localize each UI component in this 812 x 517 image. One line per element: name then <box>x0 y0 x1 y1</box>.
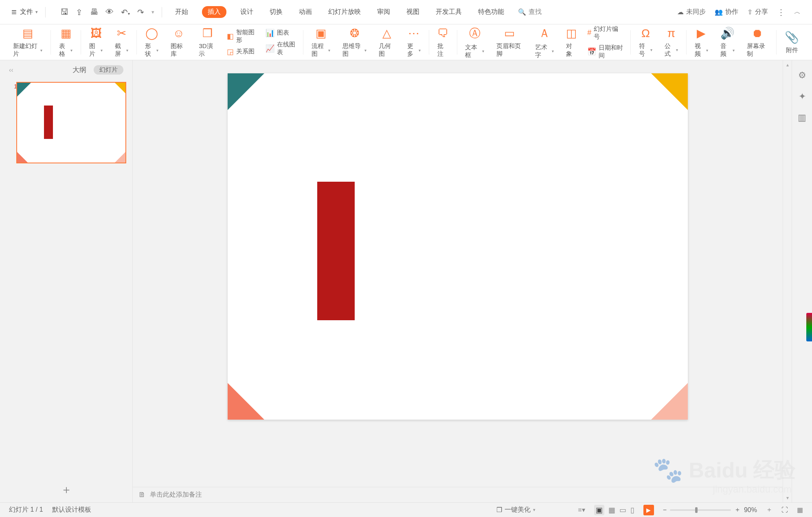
undo-icon[interactable]: ↶▾ <box>121 7 130 17</box>
headerfooter-button[interactable]: ▭页眉和页脚 <box>492 26 527 58</box>
corner-tl-icon <box>228 73 264 110</box>
zoom-value[interactable]: 90% <box>744 506 757 514</box>
collab-button[interactable]: 👥协作 <box>715 8 738 16</box>
export-icon[interactable]: ⇪ <box>76 7 83 17</box>
more-icon[interactable]: ⋮ <box>777 7 785 17</box>
smartart-button[interactable]: ◧智能图形 <box>227 29 256 44</box>
share-icon: ⇧ <box>747 8 753 16</box>
file-menu[interactable]: 文件 ▾ <box>20 8 38 16</box>
tab-devtools[interactable]: 开发工具 <box>433 6 464 18</box>
qat-more-icon[interactable]: ▾ <box>151 9 154 15</box>
geometry-button[interactable]: △几何图 <box>375 26 399 58</box>
video-button[interactable]: ▶视频▾ <box>691 26 712 58</box>
rail-magic-icon[interactable]: ✦ <box>799 91 806 102</box>
tab-featured[interactable]: 特色功能 <box>476 6 507 18</box>
zoom-slider[interactable] <box>670 509 731 511</box>
chevron-down-icon: ▾ <box>35 9 38 15</box>
flowchart-button[interactable]: ▣流程图▾ <box>307 26 334 58</box>
relation-button[interactable]: ◲关系图 <box>227 47 256 56</box>
object-button[interactable]: ◫对象 <box>562 26 581 58</box>
more-button[interactable]: ⋯更多▾ <box>403 26 425 58</box>
save-icon[interactable]: 🖫 <box>60 7 68 17</box>
tab-slideshow[interactable]: 幻灯片放映 <box>326 6 363 18</box>
grid-view-icon[interactable]: ▦ <box>797 506 803 514</box>
tab-animation[interactable]: 动画 <box>296 6 314 18</box>
tab-design[interactable]: 设计 <box>238 6 256 18</box>
chevron-down-icon: ▾ <box>156 48 158 53</box>
attachment-button[interactable]: 📎附件 <box>781 31 803 54</box>
zoom-in-icon[interactable]: ＋ <box>734 506 741 514</box>
picture-button[interactable]: 🖼图片▾ <box>85 26 107 58</box>
scroll-up-icon[interactable]: ▴ <box>783 62 792 68</box>
hamburger-icon[interactable]: ≡ <box>11 7 17 18</box>
notes-icon: 🗎 <box>138 491 146 499</box>
tab-review[interactable]: 审阅 <box>375 6 393 18</box>
slidenum-button[interactable]: #幻灯片编号 <box>587 25 624 41</box>
play-button[interactable]: ▶ <box>643 505 654 515</box>
fit-screen-icon[interactable]: ⛶ <box>781 506 788 514</box>
screenshot-button[interactable]: ✂截屏▾ <box>111 26 132 58</box>
notes-toggle-icon[interactable]: ≡▾ <box>578 506 585 514</box>
red-rectangle-shape[interactable] <box>317 182 355 320</box>
collapse-ribbon-icon[interactable]: ︿ <box>794 8 801 16</box>
thumb-rect-shape <box>44 106 53 139</box>
color-tab-icon[interactable] <box>806 313 812 341</box>
comment-button[interactable]: 🗨批注 <box>433 26 453 58</box>
add-slide-button[interactable]: ＋ <box>0 477 132 502</box>
redo-icon[interactable]: ↷ <box>137 7 144 17</box>
tab-transition[interactable]: 切换 <box>267 6 285 18</box>
vertical-scrollbar[interactable]: ▴ ▾ <box>783 60 792 502</box>
screenrec-button[interactable]: ⏺屏幕录制 <box>743 26 772 58</box>
equation-button[interactable]: π公式▾ <box>661 27 682 58</box>
share-button[interactable]: ⇧分享 <box>747 8 768 16</box>
tab-view[interactable]: 视图 <box>404 6 422 18</box>
print-preview-icon[interactable]: 👁 <box>105 7 114 17</box>
symbol-button[interactable]: Ω符号▾ <box>635 27 656 58</box>
onlinechart-button[interactable]: 📈在线图表 <box>266 41 297 56</box>
screenrec-icon: ⏺ <box>752 26 763 40</box>
notes-bar[interactable]: 🗎 单击此处添加备注 <box>133 487 783 502</box>
sync-status[interactable]: ☁未同步 <box>677 8 706 16</box>
chart-column: 📊图表 📈在线图表 <box>263 29 299 56</box>
3d-button[interactable]: ❒3D演示 <box>195 26 220 58</box>
rail-settings-icon[interactable]: ⚙ <box>798 70 806 81</box>
chevron-down-icon: ▾ <box>650 48 652 52</box>
screenrec-label: 屏幕录制 <box>747 42 768 58</box>
zoom-out-icon[interactable]: − <box>663 506 667 514</box>
mindmap-label: 思维导图 <box>342 42 363 58</box>
slide-canvas[interactable] <box>228 73 688 420</box>
mindmap-button[interactable]: ❂思维导图▾ <box>338 26 371 58</box>
headerfooter-label: 页眉和页脚 <box>496 42 523 58</box>
slides-tab[interactable]: 幻灯片 <box>94 65 123 75</box>
collapse-panel-icon[interactable]: ‹‹ <box>9 66 13 74</box>
tab-insert[interactable]: 插入 <box>202 6 226 18</box>
audio-button[interactable]: 🔊音频▾ <box>716 26 739 58</box>
chart-button[interactable]: 📊图表 <box>266 29 297 37</box>
table-button[interactable]: ▦表格▾ <box>55 26 77 58</box>
sorter-view-icon[interactable]: ▦ <box>608 506 615 515</box>
corner-bl-icon <box>17 152 28 163</box>
iconlib-button[interactable]: ☺图标库 <box>167 27 191 58</box>
normal-view-icon[interactable]: ▣ <box>594 505 604 515</box>
tab-start[interactable]: 开始 <box>173 6 191 18</box>
scroll-down-icon[interactable]: ▾ <box>783 495 792 501</box>
search-box[interactable]: 🔍 查找 <box>518 8 542 16</box>
wordart-button[interactable]: Ａ艺术字▾ <box>531 26 558 59</box>
textbox-button[interactable]: Ⓐ文本框▾ <box>461 26 488 59</box>
shape-button[interactable]: ◯形状▾ <box>141 26 162 58</box>
slideshow-view-icon[interactable]: ▯ <box>630 506 634 515</box>
slide-thumbnail-1[interactable] <box>16 82 126 163</box>
status-bar: 幻灯片 1 / 1 默认设计模板 ❒一键美化▾ ≡▾ ▣ ▦ ▭ ▯ ▶ − ＋… <box>0 502 812 517</box>
zoom-knob[interactable] <box>695 507 698 513</box>
notes-placeholder: 单击此处添加备注 <box>150 491 202 499</box>
print-icon[interactable]: 🖶 <box>90 7 98 17</box>
screenshot-label: 截屏 <box>115 42 125 58</box>
rail-template-icon[interactable]: ▥ <box>798 112 806 123</box>
reading-view-icon[interactable]: ▭ <box>619 506 626 515</box>
chevron-down-icon: ▾ <box>733 48 735 53</box>
new-slide-button[interactable]: ▤新建幻灯片▾ <box>9 26 46 58</box>
datetime-button[interactable]: 📅日期和时间 <box>587 44 624 59</box>
outline-tab[interactable]: 大纲 <box>72 65 86 75</box>
zoom-more-icon[interactable]: ＋ <box>766 506 772 514</box>
beautify-button[interactable]: ❒一键美化▾ <box>496 506 535 514</box>
